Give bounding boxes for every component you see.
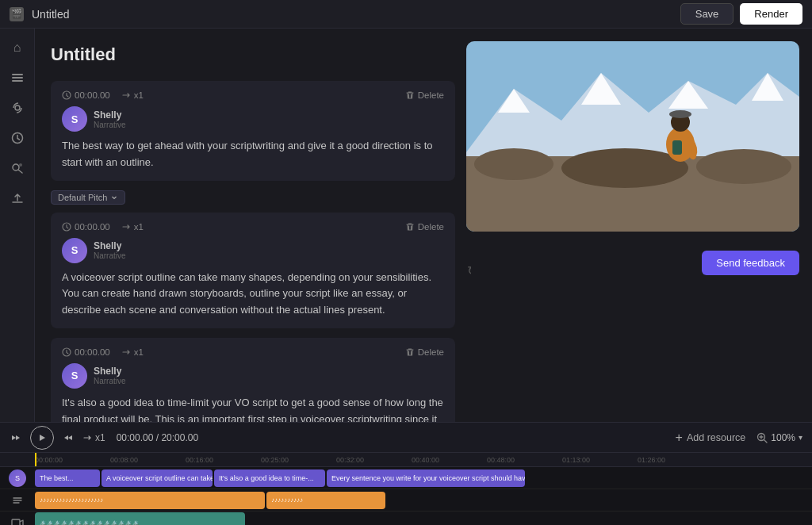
voice-track-label: S: [0, 469, 35, 487]
narrator-label-2: Shelly Narrative: [94, 240, 126, 260]
timeline: x1 00:00.00 / 20:00.00 + Add resource 10…: [0, 422, 812, 525]
video-container: [466, 41, 799, 232]
block-3-delete[interactable]: Delete: [405, 347, 444, 357]
playhead[interactable]: [35, 453, 36, 466]
video-segment-1[interactable]: 🏔️🏔️🏔️🏔️🏔️🏔️🏔️🏔️🏔️🏔️🏔️🏔️🏔️🏔️: [35, 512, 245, 526]
block-2-meta: 00:00.00 x1: [62, 222, 399, 232]
audio-track-label: [0, 494, 35, 507]
narrator-label-3: Shelly Narrative: [94, 366, 126, 385]
speed-control[interactable]: x1: [82, 432, 105, 443]
block-1-delete[interactable]: Delete: [405, 90, 444, 100]
block-1-speed: x1: [121, 90, 144, 100]
render-button[interactable]: Render: [740, 3, 802, 25]
svg-rect-2: [12, 80, 23, 82]
block-3-header: 00:00.00 x1 Delete: [62, 347, 444, 357]
block-3-text[interactable]: It's also a good idea to time-limit your…: [62, 395, 444, 422]
forward-button[interactable]: [62, 431, 75, 444]
block-3-narrator: S Shelly Narrative: [62, 363, 444, 389]
block-3-meta: 00:00.00 x1: [62, 347, 399, 357]
voice-segment-3[interactable]: It's also a good idea to time-...: [214, 469, 325, 487]
audio-track: ♪♪♪♪♪♪♪♪♪♪♪♪♪♪♪♪♪♪♪♪ ♪♪♪♪♪♪♪♪♪♪: [0, 489, 812, 512]
voice-track-content: The best... A voiceover script outline c…: [35, 469, 812, 487]
block-2-time: 00:00.00: [62, 222, 110, 232]
block-2-speed: x1: [121, 222, 144, 232]
audio-segment-1[interactable]: ♪♪♪♪♪♪♪♪♪♪♪♪♪♪♪♪♪♪♪♪: [35, 492, 265, 509]
narrator-avatar-1: S: [62, 106, 87, 132]
send-feedback-button[interactable]: Send feedback: [702, 251, 799, 275]
video-track-label: [0, 517, 35, 526]
block-2-narrator: S Shelly Narrative: [62, 238, 444, 263]
audio-icon[interactable]: [5, 95, 30, 121]
video-preview: Send feedback: [471, 29, 812, 422]
svg-rect-0: [12, 74, 23, 75]
audio-track-content: ♪♪♪♪♪♪♪♪♪♪♪♪♪♪♪♪♪♪♪♪ ♪♪♪♪♪♪♪♪♪♪: [35, 492, 812, 509]
timeline-tracks: 00:00:00 00:08:00 00:16:00 00:25:00 00:3…: [0, 453, 812, 525]
script-block-3: 00:00.00 x1 Delete S Shelly Narrative: [51, 338, 455, 422]
layers-icon[interactable]: [5, 65, 30, 90]
block-1-meta: 00:00.00 x1: [62, 90, 399, 100]
clock-icon[interactable]: [5, 125, 30, 151]
svg-point-3: [15, 105, 20, 110]
timeline-controls: x1 00:00.00 / 20:00.00 + Add resource 10…: [0, 423, 812, 453]
svg-rect-1: [12, 77, 23, 79]
svg-rect-24: [672, 140, 682, 155]
zoom-dropdown[interactable]: ▾: [799, 433, 802, 442]
pitch-badge[interactable]: Default Pitch: [51, 190, 125, 205]
main-content: ⌂: [0, 29, 812, 422]
block-3-speed: x1: [121, 347, 144, 357]
refresh-icon[interactable]: ↻: [467, 262, 471, 278]
rewind-button[interactable]: [10, 431, 22, 444]
narrator-label-1: Shelly Narrative: [94, 109, 126, 129]
block-1-time: 00:00.00: [62, 90, 110, 100]
voice-avatar: S: [9, 469, 26, 487]
home-icon[interactable]: ⌂: [5, 35, 30, 60]
voice-segment-4[interactable]: Every sentence you write for your voiceo…: [327, 469, 525, 487]
timeline-ruler: 00:00:00 00:08:00 00:16:00 00:25:00 00:3…: [0, 453, 812, 467]
script-title: Untitled: [51, 44, 455, 65]
script-block-1: 00:00.00 x1 Delete S Shelly Narrative: [51, 81, 455, 181]
svg-point-23: [669, 110, 691, 118]
block-1-text[interactable]: The best way to get ahead with your scri…: [62, 138, 444, 171]
save-button[interactable]: Save: [680, 3, 734, 25]
block-2-delete[interactable]: Delete: [405, 222, 444, 232]
ruler-marks: 00:00:00 00:08:00 00:16:00 00:25:00 00:3…: [35, 456, 713, 464]
topbar: 🎬 Untitled Save Render: [0, 0, 812, 29]
sidebar: ⌂: [0, 29, 35, 422]
app-title: Untitled: [32, 8, 672, 21]
app-icon: 🎬: [10, 7, 24, 21]
video-track: 🏔️🏔️🏔️🏔️🏔️🏔️🏔️🏔️🏔️🏔️🏔️🏔️🏔️🏔️: [0, 512, 812, 525]
block-2-header: 00:00.00 x1 Delete: [62, 222, 444, 232]
voice-track: S The best... A voiceover script outline…: [0, 467, 812, 489]
block-2-text[interactable]: A voiceover script outline can take many…: [62, 270, 444, 319]
svg-point-18: [474, 148, 553, 180]
audio-segment-2[interactable]: ♪♪♪♪♪♪♪♪♪♪: [266, 492, 385, 509]
narrator-avatar-3: S: [62, 363, 87, 389]
zoom-control: 100% ▾: [756, 432, 802, 443]
upload-icon[interactable]: [5, 186, 30, 211]
timeline-right: + Add resource 100% ▾: [676, 431, 802, 445]
time-display: 00:00.00 / 20:00.00: [117, 432, 198, 443]
svg-point-6: [19, 163, 22, 167]
script-area: Untitled 00:00.00 x1 Delete: [35, 29, 471, 422]
topbar-actions: Save Render: [680, 3, 802, 25]
play-button[interactable]: [30, 426, 54, 450]
effects-icon[interactable]: [5, 155, 30, 181]
svg-point-20: [696, 149, 791, 184]
block-3-time: 00:00.00: [62, 347, 110, 357]
voice-segment-2[interactable]: A voiceover script outline can take...: [102, 469, 213, 487]
add-resource-button[interactable]: + Add resource: [676, 431, 746, 445]
video-track-content: 🏔️🏔️🏔️🏔️🏔️🏔️🏔️🏔️🏔️🏔️🏔️🏔️🏔️🏔️: [35, 512, 812, 526]
script-block-2: 00:00.00 x1 Delete S Shelly Narrative: [51, 213, 455, 328]
svg-rect-26: [12, 519, 20, 526]
voice-segment-1[interactable]: The best...: [35, 469, 100, 487]
video-thumbnail: [466, 41, 799, 232]
narrator-avatar-2: S: [62, 238, 87, 263]
block-1-header: 00:00.00 x1 Delete: [62, 90, 444, 100]
block-1-narrator: S Shelly Narrative: [62, 106, 444, 132]
